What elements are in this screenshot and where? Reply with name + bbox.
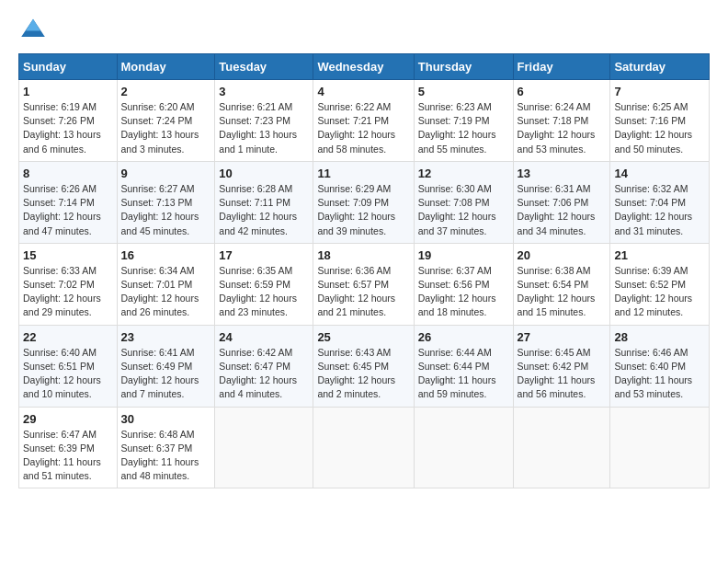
- calendar-cell: 18Sunrise: 6:36 AM Sunset: 6:57 PM Dayli…: [313, 243, 414, 325]
- day-info: Sunrise: 6:19 AM Sunset: 7:26 PM Dayligh…: [23, 100, 113, 156]
- day-info: Sunrise: 6:39 AM Sunset: 6:52 PM Dayligh…: [614, 264, 705, 320]
- calendar-cell: 23Sunrise: 6:41 AM Sunset: 6:49 PM Dayli…: [117, 325, 215, 407]
- calendar-cell: 11Sunrise: 6:29 AM Sunset: 7:09 PM Dayli…: [313, 161, 414, 243]
- day-info: Sunrise: 6:32 AM Sunset: 7:04 PM Dayligh…: [614, 182, 705, 238]
- calendar-cell: 21Sunrise: 6:39 AM Sunset: 6:52 PM Dayli…: [610, 243, 710, 325]
- calendar-day-header: Saturday: [610, 54, 710, 80]
- day-number: 24: [219, 330, 309, 344]
- calendar-cell: 22Sunrise: 6:40 AM Sunset: 6:51 PM Dayli…: [19, 325, 118, 407]
- calendar-cell: 24Sunrise: 6:42 AM Sunset: 6:47 PM Dayli…: [215, 325, 313, 407]
- day-number: 29: [23, 412, 113, 426]
- calendar-week-row: 1Sunrise: 6:19 AM Sunset: 7:26 PM Daylig…: [19, 80, 710, 162]
- day-number: 19: [418, 248, 509, 262]
- day-info: Sunrise: 6:27 AM Sunset: 7:13 PM Dayligh…: [121, 182, 211, 238]
- day-number: 9: [121, 167, 211, 180]
- day-info: Sunrise: 6:33 AM Sunset: 7:02 PM Dayligh…: [23, 264, 113, 320]
- day-number: 30: [121, 412, 211, 426]
- day-info: Sunrise: 6:29 AM Sunset: 7:09 PM Dayligh…: [317, 182, 409, 238]
- day-info: Sunrise: 6:31 AM Sunset: 7:06 PM Dayligh…: [518, 182, 607, 238]
- calendar-cell: [610, 407, 710, 488]
- calendar-cell: 8Sunrise: 6:26 AM Sunset: 7:14 PM Daylig…: [19, 161, 118, 243]
- day-info: Sunrise: 6:38 AM Sunset: 6:54 PM Dayligh…: [518, 264, 607, 320]
- day-info: Sunrise: 6:34 AM Sunset: 7:01 PM Dayligh…: [121, 264, 211, 320]
- day-number: 10: [219, 167, 309, 180]
- calendar-cell: 28Sunrise: 6:46 AM Sunset: 6:40 PM Dayli…: [610, 325, 710, 407]
- calendar-cell: 7Sunrise: 6:25 AM Sunset: 7:16 PM Daylig…: [610, 80, 710, 162]
- calendar-cell: [313, 407, 414, 488]
- day-number: 25: [317, 330, 409, 344]
- calendar-cell: 15Sunrise: 6:33 AM Sunset: 7:02 PM Dayli…: [19, 243, 118, 325]
- calendar-cell: 4Sunrise: 6:22 AM Sunset: 7:21 PM Daylig…: [313, 80, 414, 162]
- day-number: 8: [23, 167, 113, 180]
- day-info: Sunrise: 6:37 AM Sunset: 6:56 PM Dayligh…: [418, 264, 509, 320]
- day-info: Sunrise: 6:43 AM Sunset: 6:45 PM Dayligh…: [317, 346, 409, 402]
- day-number: 22: [23, 330, 113, 344]
- calendar-cell: 10Sunrise: 6:28 AM Sunset: 7:11 PM Dayli…: [215, 161, 313, 243]
- calendar-cell: 30Sunrise: 6:48 AM Sunset: 6:37 PM Dayli…: [117, 407, 215, 488]
- day-number: 17: [219, 248, 309, 262]
- day-number: 5: [418, 85, 509, 98]
- page-header: [18, 15, 710, 44]
- day-info: Sunrise: 6:28 AM Sunset: 7:11 PM Dayligh…: [219, 182, 309, 238]
- calendar-cell: [414, 407, 513, 488]
- day-number: 1: [23, 85, 113, 98]
- calendar-table: SundayMondayTuesdayWednesdayThursdayFrid…: [18, 53, 710, 488]
- calendar-cell: 13Sunrise: 6:31 AM Sunset: 7:06 PM Dayli…: [513, 161, 610, 243]
- day-number: 14: [614, 167, 705, 180]
- day-number: 4: [317, 85, 409, 98]
- day-number: 28: [614, 330, 705, 344]
- day-number: 11: [317, 167, 409, 180]
- day-info: Sunrise: 6:41 AM Sunset: 6:49 PM Dayligh…: [121, 346, 211, 402]
- calendar-cell: 6Sunrise: 6:24 AM Sunset: 7:18 PM Daylig…: [513, 80, 610, 162]
- calendar-week-row: 15Sunrise: 6:33 AM Sunset: 7:02 PM Dayli…: [19, 243, 710, 325]
- day-info: Sunrise: 6:40 AM Sunset: 6:51 PM Dayligh…: [23, 346, 113, 402]
- day-number: 15: [23, 248, 113, 262]
- calendar-cell: 17Sunrise: 6:35 AM Sunset: 6:59 PM Dayli…: [215, 243, 313, 325]
- day-info: Sunrise: 6:30 AM Sunset: 7:08 PM Dayligh…: [418, 182, 509, 238]
- calendar-cell: 5Sunrise: 6:23 AM Sunset: 7:19 PM Daylig…: [414, 80, 513, 162]
- calendar-cell: 3Sunrise: 6:21 AM Sunset: 7:23 PM Daylig…: [215, 80, 313, 162]
- calendar-cell: [513, 407, 610, 488]
- calendar-cell: 12Sunrise: 6:30 AM Sunset: 7:08 PM Dayli…: [414, 161, 513, 243]
- calendar-cell: 9Sunrise: 6:27 AM Sunset: 7:13 PM Daylig…: [117, 161, 215, 243]
- day-number: 6: [518, 85, 607, 98]
- svg-marker-1: [26, 19, 40, 31]
- day-number: 7: [614, 85, 705, 98]
- calendar-cell: 16Sunrise: 6:34 AM Sunset: 7:01 PM Dayli…: [117, 243, 215, 325]
- calendar-cell: 14Sunrise: 6:32 AM Sunset: 7:04 PM Dayli…: [610, 161, 710, 243]
- calendar-cell: 25Sunrise: 6:43 AM Sunset: 6:45 PM Dayli…: [313, 325, 414, 407]
- day-info: Sunrise: 6:24 AM Sunset: 7:18 PM Dayligh…: [518, 100, 607, 156]
- day-info: Sunrise: 6:42 AM Sunset: 6:47 PM Dayligh…: [219, 346, 309, 402]
- day-number: 13: [518, 167, 607, 180]
- day-info: Sunrise: 6:47 AM Sunset: 6:39 PM Dayligh…: [23, 428, 113, 484]
- calendar-cell: 1Sunrise: 6:19 AM Sunset: 7:26 PM Daylig…: [19, 80, 118, 162]
- day-number: 16: [121, 248, 211, 262]
- day-info: Sunrise: 6:23 AM Sunset: 7:19 PM Dayligh…: [418, 100, 509, 156]
- day-number: 26: [418, 330, 509, 344]
- calendar-cell: [215, 407, 313, 488]
- logo-icon: [18, 15, 48, 44]
- calendar-cell: 26Sunrise: 6:44 AM Sunset: 6:44 PM Dayli…: [414, 325, 513, 407]
- calendar-cell: 29Sunrise: 6:47 AM Sunset: 6:39 PM Dayli…: [19, 407, 118, 488]
- day-number: 21: [614, 248, 705, 262]
- day-info: Sunrise: 6:46 AM Sunset: 6:40 PM Dayligh…: [614, 346, 705, 402]
- day-info: Sunrise: 6:20 AM Sunset: 7:24 PM Dayligh…: [121, 100, 211, 156]
- calendar-cell: 19Sunrise: 6:37 AM Sunset: 6:56 PM Dayli…: [414, 243, 513, 325]
- calendar-cell: 27Sunrise: 6:45 AM Sunset: 6:42 PM Dayli…: [513, 325, 610, 407]
- day-info: Sunrise: 6:21 AM Sunset: 7:23 PM Dayligh…: [219, 100, 309, 156]
- day-number: 23: [121, 330, 211, 344]
- day-info: Sunrise: 6:22 AM Sunset: 7:21 PM Dayligh…: [317, 100, 409, 156]
- day-number: 20: [518, 248, 607, 262]
- day-info: Sunrise: 6:26 AM Sunset: 7:14 PM Dayligh…: [23, 182, 113, 238]
- day-info: Sunrise: 6:45 AM Sunset: 6:42 PM Dayligh…: [518, 346, 607, 402]
- day-info: Sunrise: 6:44 AM Sunset: 6:44 PM Dayligh…: [418, 346, 509, 402]
- calendar-day-header: Wednesday: [313, 54, 414, 80]
- calendar-cell: 20Sunrise: 6:38 AM Sunset: 6:54 PM Dayli…: [513, 243, 610, 325]
- calendar-week-row: 22Sunrise: 6:40 AM Sunset: 6:51 PM Dayli…: [19, 325, 710, 407]
- day-info: Sunrise: 6:36 AM Sunset: 6:57 PM Dayligh…: [317, 264, 409, 320]
- calendar-header-row: SundayMondayTuesdayWednesdayThursdayFrid…: [19, 54, 710, 80]
- calendar-day-header: Sunday: [19, 54, 118, 80]
- day-number: 2: [121, 85, 211, 98]
- calendar-week-row: 29Sunrise: 6:47 AM Sunset: 6:39 PM Dayli…: [19, 407, 710, 488]
- logo: [18, 15, 51, 44]
